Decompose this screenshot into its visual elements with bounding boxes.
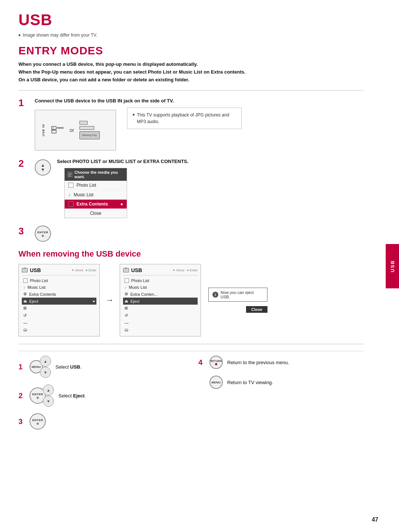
arrow-right-icon: → <box>106 295 114 305</box>
media-menu-music[interactable]: ♪ Music List <box>65 190 127 200</box>
minus-icon: — <box>23 321 27 325</box>
enter-button[interactable]: ENTER <box>35 226 51 242</box>
media-menu-header-text: Choose the media you want. <box>75 170 124 179</box>
enter-dot-3 <box>37 423 39 425</box>
eject-close-button[interactable]: Close <box>246 306 267 313</box>
nav-up-1[interactable]: ▲ <box>40 356 51 367</box>
intro-text: When you connect a USB device, this pop-… <box>18 61 364 84</box>
bottom-step-4-num: 4 <box>198 358 205 367</box>
photo-item-label-left: Photo List <box>30 278 48 283</box>
usb-screen-right-controls: ✦ Move ● Enter <box>173 268 198 272</box>
svg-rect-8 <box>69 176 71 176</box>
bottom-step-1-text: Select USB. <box>55 364 82 370</box>
usb-screen-right: USB ✦ Move ● Enter Photo List ♪ Music Li… <box>120 264 201 336</box>
bottom-left-col: 1 MENU ▲ ▼ Select USB. 2 ENTER <box>18 356 184 430</box>
step-2-number: 2 <box>18 158 29 169</box>
usb-icon-right <box>123 268 129 273</box>
svg-rect-13 <box>124 269 128 271</box>
grid-icon: ⊞ <box>23 306 27 311</box>
step-2-text: Select PHOTO LIST or MUSIC LIST or EXTRA… <box>57 158 364 165</box>
extra-icon <box>68 201 74 207</box>
divider-2 <box>18 344 364 344</box>
usb-extra-1: ⊞ <box>22 305 96 312</box>
tip-text: This TV supports playback of JPG picture… <box>137 112 236 125</box>
nav-down-1[interactable]: ▼ <box>40 367 51 378</box>
eject-item-icon-left: ⏏ <box>23 299 27 304</box>
media-menu-photo[interactable]: Photo List <box>65 181 127 190</box>
usb-screens-row: USB ✦ Move ● Enter Photo List ♪ Music Li… <box>18 264 364 336</box>
gear-item-icon-right: ⚙ <box>125 292 128 297</box>
usb-port-1 <box>79 121 88 125</box>
nav-up-2[interactable]: ▲ <box>43 384 54 396</box>
usb-connector-icon <box>51 125 64 135</box>
usb-item-photo-left: Photo List <box>22 277 96 284</box>
music-list-menu-label: Music List <box>74 192 93 197</box>
media-menu-close[interactable]: Close <box>65 209 127 218</box>
bottom-step-2-text: Select Eject. <box>58 393 86 399</box>
enter-label-3: ENTER <box>32 419 43 422</box>
side-tab: USB <box>386 244 399 288</box>
usb-extra-r2: ↺ <box>123 312 198 319</box>
usb-item-photo-right: Photo List <box>123 277 198 284</box>
extra-item-label-right: Extra Conten... <box>130 292 157 297</box>
bottom-step-3: 3 ENTER <box>18 413 184 430</box>
bottom-step-1: 1 MENU ▲ ▼ Select USB. <box>18 356 184 378</box>
page-title: USB <box>18 11 364 29</box>
usb-item-eject-right[interactable]: ⏏ Eject <box>123 298 198 305</box>
arrow-down-icon: ▼ <box>41 167 45 172</box>
menu-button-2[interactable]: MENU <box>209 376 223 389</box>
usb-item-extra-right: ⚙ Extra Conten... <box>123 291 198 298</box>
bottom-step-4-text: Return to the previous menu. <box>227 360 289 365</box>
bottom-step-menu-text: Return to TV viewing. <box>227 380 273 385</box>
step-1-text: Connect the USB device to the USB IN jac… <box>35 97 364 105</box>
usb-ports-group <box>51 125 64 135</box>
nav-btns-2: ▲ ▼ <box>43 384 54 407</box>
return-button[interactable]: RETURN <box>209 356 223 369</box>
usb-extra-r4: 🗂 <box>123 326 198 333</box>
media-menu-header: Choose the media you want. <box>65 168 127 181</box>
usb-screen-left-controls: ✦ Move ● Enter <box>71 268 96 272</box>
removing-title: When removing the USB device <box>18 249 364 259</box>
tip-box: This TV supports playback of JPG picture… <box>127 108 242 129</box>
selected-indicator: ● <box>120 201 123 207</box>
eject-tooltip-area: i Now you can eject USB. Close <box>207 288 267 313</box>
usb-extra-rows-left: ⊞ ↺ — 🗂 <box>22 305 96 333</box>
step-3-number: 3 <box>18 226 29 237</box>
bottom-step-3-num: 3 <box>18 417 25 426</box>
return-dot-icon <box>215 363 217 365</box>
media-menu-extra[interactable]: Extra Contents ● <box>65 200 127 209</box>
entry-modes-title: ENTRY MODES <box>18 44 364 57</box>
bottom-step-menu: MENU Return to TV viewing. <box>198 376 364 389</box>
divider-1 <box>18 90 364 91</box>
music-item-label-right: Music List <box>129 285 147 289</box>
step-3-section: 3 ENTER <box>18 226 364 242</box>
extra-contents-label: EXTRA CONTENTS <box>143 159 187 164</box>
usb-item-eject-left[interactable]: ⏏ Eject ● <box>22 298 96 305</box>
step-1-layout: USB IN or <box>35 108 364 150</box>
svg-rect-6 <box>69 173 72 174</box>
step-2-content: Select PHOTO LIST or MUSIC LIST or EXTRA… <box>57 158 364 218</box>
usb-extra-3: — <box>22 319 96 326</box>
main-content: USB Image shown may differ from your TV.… <box>0 0 386 441</box>
usb-port-2 <box>79 126 94 130</box>
usb-screen-left-title: USB <box>22 267 41 273</box>
usb-screen-right-header: USB ✦ Move ● Enter <box>123 267 198 275</box>
extra-item-label-left: Extra Contents <box>29 292 56 297</box>
photo-list-label: PHOTO LIST <box>72 159 101 164</box>
usb-extra-4: 🗂 <box>22 326 96 333</box>
right-controls-move: ✦ Move <box>173 268 185 272</box>
tooltip-close-area: Close <box>207 304 267 313</box>
usb-screen-right-title-text: USB <box>131 267 142 273</box>
nav-down-2[interactable]: ▼ <box>43 396 54 407</box>
step-1-number: 1 <box>18 97 29 109</box>
enter-button-3[interactable]: ENTER <box>30 413 46 430</box>
left-controls-enter: ● Enter <box>86 268 96 272</box>
return-label: RETURN <box>211 360 222 362</box>
nav-arrow-button[interactable]: ▲ ▼ <box>35 159 51 176</box>
rotate-icon: ↺ <box>23 313 27 318</box>
right-controls-enter: ● Enter <box>187 268 198 272</box>
svg-rect-2 <box>52 128 54 128</box>
step-1-content: Connect the USB device to the USB IN jac… <box>35 97 364 150</box>
svg-rect-1 <box>57 127 64 129</box>
eject-item-label-right: Eject <box>130 299 139 304</box>
